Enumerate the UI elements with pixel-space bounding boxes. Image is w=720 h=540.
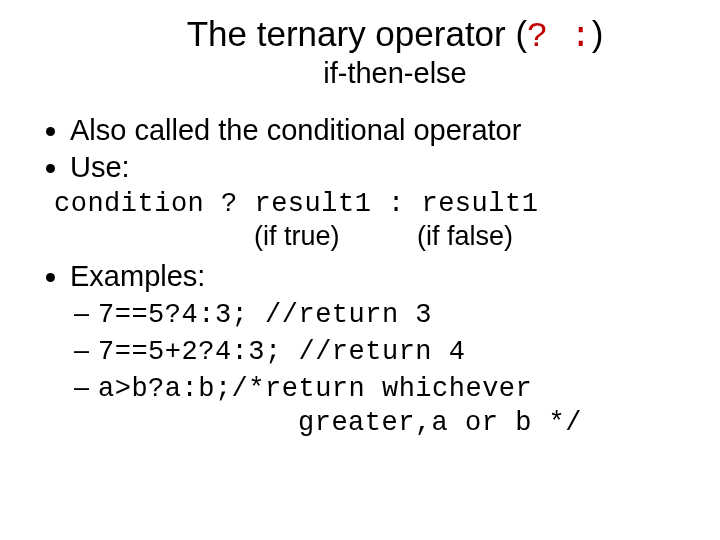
example-1: 7==5?4:3; //return 3 [98,296,690,333]
example-list: 7==5?4:3; //return 3 7==5+2?4:3; //retur… [70,296,690,407]
bullet-examples-label: Examples: [70,260,205,292]
bullet-also-called: Also called the conditional operator [70,112,690,148]
slide-title: The ternary operator (? :) [100,14,690,57]
title-prefix: The ternary operator ( [187,14,527,53]
example-3-code-line1: a>b?a:b;/*return whichever [98,374,532,404]
slide: The ternary operator (? :) if-then-else … [0,0,720,540]
example-2: 7==5+2?4:3; //return 4 [98,333,690,370]
example-3-code-line2: greater,a or b */ [298,407,690,441]
bullet-list: Also called the conditional operator Use… [30,112,690,185]
bullet-examples: Examples: 7==5?4:3; //return 3 7==5+2?4:… [70,258,690,441]
example-1-code: 7==5?4:3; //return 3 [98,300,432,330]
example-2-code: 7==5+2?4:3; //return 4 [98,337,465,367]
use-syntax-code: condition ? result1 : result1 [54,189,690,219]
bullet-use: Use: [70,149,690,185]
bullet-list-2: Examples: 7==5?4:3; //return 3 7==5+2?4:… [30,258,690,441]
title-gap [549,17,571,57]
annotation-if-false: (if false) [417,221,513,252]
operator-colon: : [570,17,592,57]
slide-subtitle: if-then-else [100,57,690,90]
title-suffix: ) [592,14,604,53]
annotation-if-true: (if true) [254,221,340,252]
use-annotations: (if true) (if false) [54,221,690,252]
title-block: The ternary operator (? :) if-then-else [30,14,690,90]
example-3: a>b?a:b;/*return whichever [98,370,690,407]
operator-question: ? [527,17,549,57]
